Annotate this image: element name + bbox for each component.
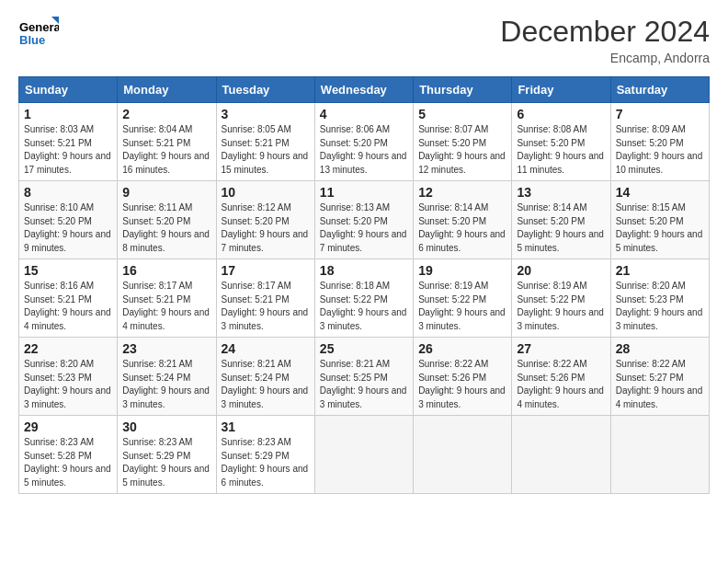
calendar-cell: 13 Sunrise: 8:14 AM Sunset: 5:20 PM Dayl… — [512, 181, 610, 259]
calendar-cell: 30 Sunrise: 8:23 AM Sunset: 5:29 PM Dayl… — [118, 416, 216, 494]
calendar-week-1: 1 Sunrise: 8:03 AM Sunset: 5:21 PM Dayli… — [19, 103, 710, 181]
calendar-cell: 25 Sunrise: 8:21 AM Sunset: 5:25 PM Dayl… — [314, 338, 413, 416]
day-info: Sunrise: 8:07 AM Sunset: 5:20 PM Dayligh… — [418, 123, 506, 177]
day-number: 22 — [24, 341, 112, 356]
logo-svg: General Blue — [18, 15, 59, 55]
calendar-cell: 21 Sunrise: 8:20 AM Sunset: 5:23 PM Dayl… — [610, 259, 709, 338]
day-info: Sunrise: 8:20 AM Sunset: 5:23 PM Dayligh… — [24, 358, 112, 411]
day-number: 29 — [24, 419, 112, 434]
calendar: SundayMondayTuesdayWednesdayThursdayFrid… — [18, 76, 710, 494]
calendar-cell: 9 Sunrise: 8:11 AM Sunset: 5:20 PM Dayli… — [118, 181, 216, 259]
svg-text:Blue: Blue — [19, 33, 45, 47]
calendar-cell: 11 Sunrise: 8:13 AM Sunset: 5:20 PM Dayl… — [314, 181, 413, 259]
day-number: 30 — [122, 419, 210, 434]
day-info: Sunrise: 8:19 AM Sunset: 5:22 PM Dayligh… — [517, 280, 605, 333]
calendar-cell: 23 Sunrise: 8:21 AM Sunset: 5:24 PM Dayl… — [118, 338, 216, 416]
calendar-cell: 14 Sunrise: 8:15 AM Sunset: 5:20 PM Dayl… — [610, 181, 709, 259]
calendar-cell: 4 Sunrise: 8:06 AM Sunset: 5:20 PM Dayli… — [314, 103, 413, 181]
day-number: 21 — [616, 263, 704, 278]
day-number: 19 — [418, 263, 506, 278]
calendar-cell: 27 Sunrise: 8:22 AM Sunset: 5:26 PM Dayl… — [512, 338, 610, 416]
day-number: 14 — [616, 185, 704, 200]
day-info: Sunrise: 8:03 AM Sunset: 5:21 PM Dayligh… — [24, 123, 112, 177]
calendar-cell: 7 Sunrise: 8:09 AM Sunset: 5:20 PM Dayli… — [610, 103, 709, 181]
header: General Blue December 2024 Encamp, Andor… — [18, 15, 710, 65]
page: General Blue December 2024 Encamp, Andor… — [0, 0, 728, 563]
calendar-cell: 26 Sunrise: 8:22 AM Sunset: 5:26 PM Dayl… — [414, 338, 512, 416]
calendar-week-5: 29 Sunrise: 8:23 AM Sunset: 5:28 PM Dayl… — [19, 416, 710, 494]
day-info: Sunrise: 8:22 AM Sunset: 5:26 PM Dayligh… — [517, 358, 605, 411]
calendar-header-tuesday: Tuesday — [216, 77, 314, 103]
calendar-cell: 8 Sunrise: 8:10 AM Sunset: 5:20 PM Dayli… — [19, 181, 118, 259]
calendar-cell: 3 Sunrise: 8:05 AM Sunset: 5:21 PM Dayli… — [216, 103, 314, 181]
day-info: Sunrise: 8:14 AM Sunset: 5:20 PM Dayligh… — [517, 201, 605, 255]
day-info: Sunrise: 8:21 AM Sunset: 5:24 PM Dayligh… — [122, 358, 210, 411]
day-number: 5 — [418, 107, 506, 121]
calendar-cell: 31 Sunrise: 8:23 AM Sunset: 5:29 PM Dayl… — [216, 416, 314, 494]
day-info: Sunrise: 8:23 AM Sunset: 5:28 PM Dayligh… — [24, 436, 112, 489]
calendar-cell: 17 Sunrise: 8:17 AM Sunset: 5:21 PM Dayl… — [216, 259, 314, 338]
calendar-cell — [512, 416, 610, 494]
calendar-cell: 10 Sunrise: 8:12 AM Sunset: 5:20 PM Dayl… — [216, 181, 314, 259]
day-number: 4 — [320, 107, 408, 121]
day-number: 15 — [24, 263, 112, 278]
title-block: December 2024 Encamp, Andorra — [500, 15, 710, 65]
calendar-cell: 5 Sunrise: 8:07 AM Sunset: 5:20 PM Dayli… — [414, 103, 512, 181]
day-info: Sunrise: 8:04 AM Sunset: 5:21 PM Dayligh… — [122, 123, 210, 177]
calendar-cell — [610, 416, 709, 494]
day-info: Sunrise: 8:06 AM Sunset: 5:20 PM Dayligh… — [320, 123, 408, 177]
day-info: Sunrise: 8:20 AM Sunset: 5:23 PM Dayligh… — [616, 280, 704, 333]
calendar-week-4: 22 Sunrise: 8:20 AM Sunset: 5:23 PM Dayl… — [19, 338, 710, 416]
day-info: Sunrise: 8:15 AM Sunset: 5:20 PM Dayligh… — [616, 201, 704, 255]
day-info: Sunrise: 8:05 AM Sunset: 5:21 PM Dayligh… — [222, 123, 310, 177]
day-number: 11 — [320, 185, 408, 200]
day-number: 1 — [24, 107, 112, 121]
month-title: December 2024 — [500, 15, 710, 49]
day-number: 16 — [122, 263, 210, 278]
calendar-header-wednesday: Wednesday — [314, 77, 413, 103]
day-number: 6 — [517, 107, 605, 121]
svg-text:General: General — [19, 20, 59, 34]
day-info: Sunrise: 8:23 AM Sunset: 5:29 PM Dayligh… — [222, 436, 310, 489]
day-info: Sunrise: 8:14 AM Sunset: 5:20 PM Dayligh… — [418, 201, 506, 255]
day-info: Sunrise: 8:19 AM Sunset: 5:22 PM Dayligh… — [418, 280, 506, 333]
day-info: Sunrise: 8:09 AM Sunset: 5:20 PM Dayligh… — [616, 123, 704, 177]
calendar-cell: 24 Sunrise: 8:21 AM Sunset: 5:24 PM Dayl… — [216, 338, 314, 416]
calendar-cell: 20 Sunrise: 8:19 AM Sunset: 5:22 PM Dayl… — [512, 259, 610, 338]
calendar-header-row: SundayMondayTuesdayWednesdayThursdayFrid… — [19, 77, 710, 103]
day-number: 25 — [320, 341, 408, 356]
day-info: Sunrise: 8:08 AM Sunset: 5:20 PM Dayligh… — [517, 123, 605, 177]
calendar-cell: 28 Sunrise: 8:22 AM Sunset: 5:27 PM Dayl… — [610, 338, 709, 416]
calendar-cell: 19 Sunrise: 8:19 AM Sunset: 5:22 PM Dayl… — [414, 259, 512, 338]
calendar-cell: 22 Sunrise: 8:20 AM Sunset: 5:23 PM Dayl… — [19, 338, 118, 416]
calendar-cell — [414, 416, 512, 494]
day-number: 31 — [222, 419, 310, 434]
day-info: Sunrise: 8:11 AM Sunset: 5:20 PM Dayligh… — [122, 201, 210, 255]
day-number: 10 — [222, 185, 310, 200]
calendar-header-monday: Monday — [118, 77, 216, 103]
day-number: 18 — [320, 263, 408, 278]
day-info: Sunrise: 8:17 AM Sunset: 5:21 PM Dayligh… — [122, 280, 210, 333]
calendar-header-sunday: Sunday — [19, 77, 118, 103]
day-number: 8 — [24, 185, 112, 200]
day-number: 26 — [418, 341, 506, 356]
calendar-header-saturday: Saturday — [610, 77, 709, 103]
calendar-header-friday: Friday — [512, 77, 610, 103]
day-number: 9 — [122, 185, 210, 200]
day-number: 28 — [616, 341, 704, 356]
day-info: Sunrise: 8:23 AM Sunset: 5:29 PM Dayligh… — [122, 436, 210, 489]
calendar-cell: 2 Sunrise: 8:04 AM Sunset: 5:21 PM Dayli… — [118, 103, 216, 181]
day-info: Sunrise: 8:22 AM Sunset: 5:27 PM Dayligh… — [616, 358, 704, 411]
calendar-cell — [314, 416, 413, 494]
day-info: Sunrise: 8:17 AM Sunset: 5:21 PM Dayligh… — [222, 280, 310, 333]
calendar-header-thursday: Thursday — [414, 77, 512, 103]
day-number: 27 — [517, 341, 605, 356]
calendar-week-3: 15 Sunrise: 8:16 AM Sunset: 5:21 PM Dayl… — [19, 259, 710, 338]
day-number: 12 — [418, 185, 506, 200]
calendar-cell: 16 Sunrise: 8:17 AM Sunset: 5:21 PM Dayl… — [118, 259, 216, 338]
location: Encamp, Andorra — [500, 51, 710, 65]
day-number: 13 — [517, 185, 605, 200]
calendar-cell: 6 Sunrise: 8:08 AM Sunset: 5:20 PM Dayli… — [512, 103, 610, 181]
calendar-cell: 15 Sunrise: 8:16 AM Sunset: 5:21 PM Dayl… — [19, 259, 118, 338]
calendar-week-2: 8 Sunrise: 8:10 AM Sunset: 5:20 PM Dayli… — [19, 181, 710, 259]
